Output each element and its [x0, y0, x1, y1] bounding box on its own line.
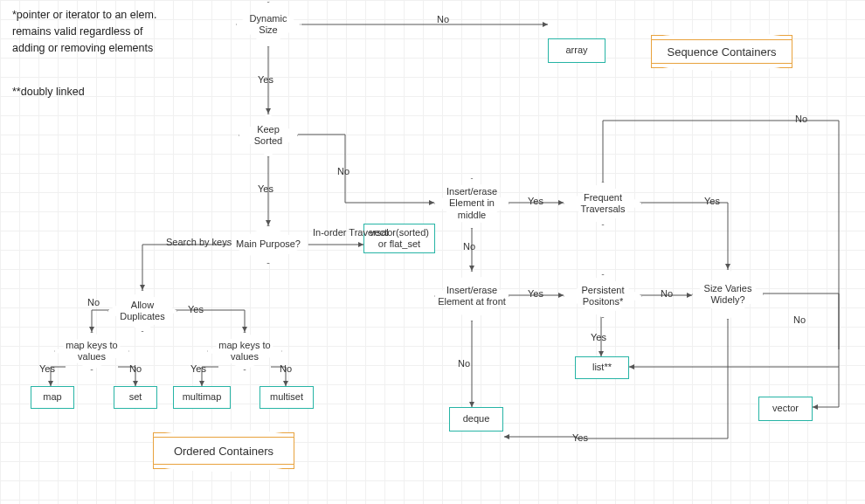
footnote-doubly-linked: **doubly linked — [12, 84, 85, 100]
edge-label-search-by-keys: Search by keys — [166, 237, 232, 247]
banner-ordered-containers: Ordered Containers — [153, 432, 294, 469]
decision-size-varies-widely: Size Varies Widely? — [692, 269, 764, 320]
banner-label: Ordered Containers — [174, 445, 273, 458]
edge-label-no: No — [437, 14, 449, 24]
edge-label-yes: Yes — [258, 183, 273, 194]
terminal-label: list** — [592, 362, 612, 373]
edge-label-no: No — [337, 166, 349, 176]
decision-main-purpose: Main Purpose? — [227, 225, 309, 264]
terminal-list: list** — [575, 356, 629, 379]
edge-label-no: No — [458, 358, 470, 369]
terminal-set: set — [114, 386, 157, 409]
terminal-label: array — [565, 45, 587, 56]
terminal-label: set — [129, 391, 142, 403]
edge-label-yes: Yes — [704, 196, 720, 206]
edge-label-yes: Yes — [528, 196, 543, 206]
terminal-vector: vector — [758, 397, 813, 421]
decision-keep-sorted: Keep Sorted — [239, 114, 298, 157]
decision-label: map keys to values — [54, 340, 129, 362]
decision-label: Size Varies Widely? — [692, 283, 764, 306]
decision-label: Insert/erase Element at front — [434, 285, 509, 307]
edge-label-no: No — [795, 114, 807, 124]
decision-map-keys-left: map keys to values — [54, 332, 129, 370]
edge-label-yes: Yes — [591, 332, 606, 342]
terminal-deque: deque — [449, 407, 503, 432]
terminal-label: multimap — [183, 391, 222, 403]
decision-allow-duplicates: Allow Duplicates — [107, 290, 177, 332]
decision-label: Keep Sorted — [239, 124, 298, 147]
decision-persistent-positions: Persistent Positons* — [564, 274, 642, 318]
decision-dynamic-size: Dynamic Size — [236, 2, 301, 47]
edge-label-in-order-traversal: In-order Traversal — [313, 227, 362, 238]
edge-label-yes: Yes — [39, 363, 55, 374]
decision-frequent-traversals: Frequent Traversals — [564, 182, 642, 225]
edge-label-no: No — [463, 241, 475, 252]
edge-label-no: No — [661, 288, 673, 299]
terminal-map: map — [31, 386, 74, 409]
decision-insert-erase-middle: Insert/erase Element in middle — [434, 178, 509, 229]
edge-label-yes: Yes — [258, 74, 273, 85]
decision-insert-erase-front: Insert/erase Element at front — [434, 271, 509, 321]
edge-label-yes: Yes — [572, 432, 588, 443]
decision-label: Main Purpose? — [232, 238, 304, 250]
terminal-array: array — [548, 38, 606, 63]
edge-label-yes: Yes — [188, 304, 204, 314]
terminal-label: vector — [772, 403, 799, 414]
decision-map-keys-right: map keys to values — [207, 332, 282, 370]
edge-label-no: No — [129, 363, 142, 374]
edge-label-yes: Yes — [528, 288, 543, 299]
terminal-multimap: multimap — [173, 386, 231, 409]
edge-label-no: No — [793, 314, 806, 325]
decision-label: Persistent Positons* — [564, 285, 642, 307]
decision-label: Dynamic Size — [236, 13, 301, 36]
banner-sequence-containers: Sequence Containers — [651, 35, 792, 68]
edge-label-yes: Yes — [190, 363, 206, 374]
decision-label: Allow Duplicates — [107, 300, 177, 322]
diagram-canvas: *pointer or iterator to an elem. remains… — [0, 0, 865, 504]
terminal-label: map — [43, 391, 61, 403]
decision-label: Frequent Traversals — [564, 192, 642, 215]
terminal-multiset: multiset — [260, 386, 314, 409]
edge-label-no: No — [87, 297, 100, 307]
decision-label: Insert/erase Element in middle — [434, 186, 509, 221]
edge-label-no: No — [280, 363, 292, 374]
terminal-label: deque — [463, 413, 490, 425]
footnote-pointer: *pointer or iterator to an elem. remains… — [12, 7, 174, 56]
terminal-label: multiset — [270, 391, 303, 403]
decision-label: map keys to values — [207, 340, 282, 362]
banner-label: Sequence Containers — [667, 45, 776, 59]
